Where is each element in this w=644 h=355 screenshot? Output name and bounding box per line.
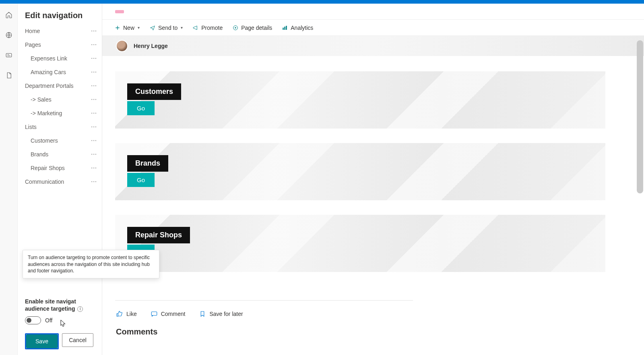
site-logo[interactable] [115, 10, 124, 13]
audience-toggle-label: Enable site navigat audience targeting i [25, 298, 95, 312]
author-row: Henry Legge [102, 36, 644, 56]
nav-item[interactable]: Pages··· [18, 38, 102, 52]
nav-item-menu-icon[interactable]: ··· [89, 110, 99, 116]
svg-rect-1 [6, 54, 12, 57]
save-for-later-button[interactable]: Save for later [199, 310, 243, 318]
audience-tooltip: Turn on audience targeting to promote co… [23, 250, 159, 278]
nav-item-menu-icon[interactable]: ··· [89, 124, 99, 130]
card-list: CustomersGoBrandsGoRepair ShopsGo [102, 56, 644, 291]
nav-item-label: Pages [25, 42, 41, 48]
new-button[interactable]: New ▾ [114, 25, 140, 31]
nav-item-label: Home [25, 28, 40, 34]
page-details-label: Page details [241, 25, 272, 31]
reactions-bar: Like Comment Save for later [102, 301, 644, 319]
like-label: Like [126, 311, 137, 317]
nav-item[interactable]: Repair Shops··· [18, 161, 102, 175]
panel-title: Edit navigation [18, 4, 102, 24]
nav-item[interactable]: Department Portals··· [18, 79, 102, 93]
nav-item[interactable]: Home··· [18, 24, 102, 38]
save-highlight: Save [25, 333, 59, 349]
audience-toggle[interactable] [25, 316, 41, 324]
nav-item-label: Expenses Link [31, 55, 67, 62]
globe-icon[interactable] [5, 31, 13, 39]
nav-item-label: Communication [25, 179, 64, 185]
edit-navigation-panel: Edit navigation Home···Pages···Expenses … [18, 4, 102, 355]
info-icon[interactable]: i [77, 306, 83, 312]
svg-rect-5 [285, 27, 285, 29]
main-area: New ▾ Send to ▾ Promote Page details Ana… [102, 4, 644, 355]
nav-item[interactable]: Communication··· [18, 175, 102, 189]
nav-item-label: -> Sales [31, 96, 52, 103]
nav-item-label: Amazing Cars [31, 69, 66, 75]
nav-item[interactable]: Lists··· [18, 120, 102, 134]
page-content: Henry Legge CustomersGoBrandsGoRepair Sh… [102, 36, 644, 355]
nav-item-label: Lists [25, 124, 37, 130]
nav-item-menu-icon[interactable]: ··· [89, 28, 99, 34]
new-label: New [123, 25, 134, 31]
nav-item-label: Repair Shops [31, 165, 65, 171]
nav-item[interactable]: Customers··· [18, 134, 102, 147]
command-bar: New ▾ Send to ▾ Promote Page details Ana… [102, 20, 644, 36]
quicklink-card: BrandsGo [115, 143, 605, 200]
scrollbar[interactable] [637, 40, 643, 193]
nav-item-menu-icon[interactable]: ··· [89, 83, 99, 89]
nav-item-menu-icon[interactable]: ··· [89, 55, 99, 62]
avatar[interactable] [116, 40, 128, 52]
nav-item-menu-icon[interactable]: ··· [89, 69, 99, 75]
chevron-down-icon: ▾ [181, 25, 183, 30]
quicklink-card: CustomersGo [115, 71, 605, 129]
news-icon[interactable] [5, 51, 13, 59]
nav-item-label: -> Marketing [31, 110, 62, 116]
nav-item[interactable]: Expenses Link··· [18, 52, 102, 65]
card-title: Repair Shops [127, 227, 190, 243]
nav-item-menu-icon[interactable]: ··· [89, 179, 99, 185]
app-rail [0, 4, 18, 355]
nav-item[interactable]: Amazing Cars··· [18, 65, 102, 79]
comment-label: Comment [161, 311, 186, 317]
send-to-label: Send to [158, 25, 178, 31]
toggle-label-line1: Enable site navigat [25, 298, 76, 305]
suite-bar [0, 0, 644, 4]
nav-item-menu-icon[interactable]: ··· [89, 151, 99, 158]
nav-item[interactable]: -> Sales··· [18, 93, 102, 106]
page-details-button[interactable]: Page details [232, 25, 272, 31]
site-header [102, 4, 644, 20]
toggle-label-line2: audience targeting [25, 305, 75, 312]
nav-item-label: Department Portals [25, 83, 74, 89]
comment-button[interactable]: Comment [151, 310, 186, 318]
nav-item-menu-icon[interactable]: ··· [89, 165, 99, 171]
quicklink-card: Repair ShopsGo [115, 215, 605, 272]
card-title: Brands [127, 155, 168, 172]
nav-item[interactable]: -> Marketing··· [18, 106, 102, 120]
panel-footer: Enable site navigat audience targeting i… [18, 293, 102, 355]
nav-item-menu-icon[interactable]: ··· [89, 96, 99, 103]
toggle-state: Off [45, 317, 52, 324]
comments-heading: Comments [102, 319, 644, 336]
home-icon[interactable] [5, 11, 13, 19]
chevron-down-icon: ▾ [138, 25, 140, 30]
promote-button[interactable]: Promote [192, 25, 223, 31]
send-to-button[interactable]: Send to ▾ [149, 25, 183, 31]
card-go-button[interactable]: Go [127, 101, 155, 115]
nav-item-menu-icon[interactable]: ··· [89, 137, 99, 144]
nav-item[interactable]: Brands··· [18, 147, 102, 161]
cancel-button[interactable]: Cancel [62, 333, 93, 347]
promote-label: Promote [201, 25, 223, 31]
analytics-label: Analytics [291, 25, 313, 31]
file-icon[interactable] [5, 71, 13, 79]
nav-item-menu-icon[interactable]: ··· [89, 42, 99, 48]
svg-rect-7 [151, 312, 157, 316]
like-button[interactable]: Like [116, 310, 137, 318]
save-label: Save for later [209, 311, 243, 317]
svg-rect-6 [286, 26, 287, 29]
analytics-button[interactable]: Analytics [282, 25, 313, 31]
author-name: Henry Legge [134, 43, 168, 49]
svg-point-3 [235, 27, 236, 28]
nav-item-label: Brands [31, 151, 48, 158]
svg-rect-4 [283, 28, 284, 30]
card-title: Customers [127, 83, 181, 100]
save-button[interactable]: Save [26, 334, 58, 348]
card-go-button[interactable]: Go [127, 173, 155, 187]
nav-item-label: Customers [31, 137, 58, 144]
